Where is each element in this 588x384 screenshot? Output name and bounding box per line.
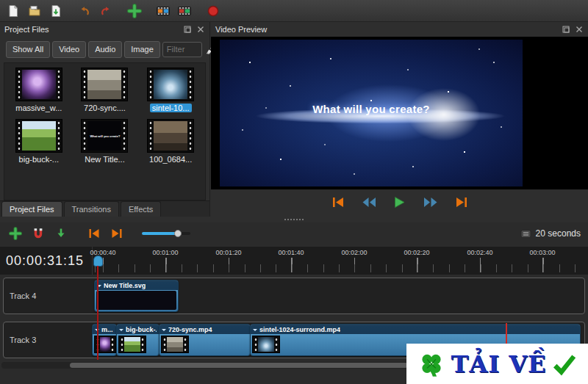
clip-thumbnail <box>252 336 280 353</box>
filter-video-button[interactable]: Video <box>52 41 86 58</box>
ruler-label: 00:03:00 <box>529 249 555 256</box>
playhead-pin[interactable] <box>93 256 103 267</box>
slider-fill <box>142 232 178 235</box>
openshot-window: Project Files Show All Video Audio Image… <box>0 0 588 384</box>
filter-image-button[interactable]: Image <box>124 41 160 58</box>
clip-label: sintel-1024-surround.mp4 <box>259 326 340 333</box>
checkmark-icon <box>552 352 577 377</box>
timeline-scrollbar-handle[interactable] <box>70 363 408 368</box>
snapping-toggle-button[interactable] <box>30 225 46 242</box>
clip-label: New Title.svg <box>104 282 146 289</box>
file-item-sintel[interactable]: sintel-10... <box>138 68 203 112</box>
timeline-toolbar: 20 seconds <box>0 222 588 244</box>
animated-title-button[interactable] <box>176 2 193 20</box>
undock-icon[interactable] <box>562 25 570 34</box>
ruler-label: 00:01:00 <box>152 249 178 256</box>
ruler-label: 00:02:20 <box>404 249 429 256</box>
ruler-label: 00:02:40 <box>467 249 492 256</box>
slider-handle[interactable] <box>174 230 182 237</box>
file-item-new-title[interactable]: What will you create? New Title... <box>72 119 137 164</box>
file-thumbnail <box>81 68 128 101</box>
video-overlay-text: What will you create? <box>220 103 523 115</box>
clip-720-sync[interactable]: 720-sync.mp4 <box>159 324 251 356</box>
next-marker-button[interactable] <box>109 225 125 242</box>
file-label: New Title... <box>82 155 126 164</box>
close-icon[interactable] <box>196 25 205 34</box>
clip-label: m... <box>101 326 113 333</box>
playhead-line <box>97 266 98 360</box>
jump-to-start-icon <box>331 197 345 208</box>
play-button[interactable] <box>391 195 409 209</box>
panel-splitter[interactable] <box>0 217 588 222</box>
playhead[interactable] <box>93 256 103 360</box>
filter-show-all-button[interactable]: Show All <box>6 41 50 58</box>
undo-button[interactable] <box>76 2 93 20</box>
file-label: massive_w... <box>13 104 64 112</box>
next-marker-icon <box>110 228 123 239</box>
clip-menu-icon[interactable] <box>253 329 257 333</box>
add-track-icon <box>9 227 22 240</box>
jump-to-start-button[interactable] <box>329 195 347 209</box>
video-preview-area: What will you create? <box>211 37 588 189</box>
download-watermark: TẢI VỀ <box>406 344 588 384</box>
new-project-icon <box>7 4 20 18</box>
filter-input[interactable] <box>162 42 202 57</box>
clip-new-title[interactable]: New Title.svg <box>94 280 179 312</box>
zoom-scale-group: 20 seconds <box>520 228 581 239</box>
fast-forward-button[interactable] <box>422 195 440 209</box>
file-item-720-sync[interactable]: 720-sync.... <box>72 68 137 112</box>
timeline-ruler[interactable]: 00:00:40 00:01:00 00:01:20 00:01:40 00:0… <box>92 247 588 275</box>
open-project-button[interactable] <box>26 2 43 20</box>
open-project-icon <box>28 4 41 18</box>
file-thumbnail <box>147 119 194 153</box>
title-thumb-caption: What will you create? <box>90 134 120 138</box>
add-track-button[interactable] <box>7 225 24 242</box>
export-video-button[interactable] <box>204 2 222 20</box>
clip-header: sintel-1024-surround.mp4 <box>251 325 580 334</box>
filter-audio-button[interactable]: Audio <box>88 41 122 58</box>
save-project-button[interactable] <box>47 2 65 20</box>
export-video-icon <box>207 4 220 18</box>
undo-icon <box>78 4 91 18</box>
file-item-100-0684[interactable]: 100_0684... <box>138 119 203 164</box>
tab-transitions[interactable]: Transitions <box>64 201 119 217</box>
file-item-big-buck[interactable]: big-buck-... <box>7 119 71 164</box>
new-project-button[interactable] <box>4 2 22 20</box>
jump-to-end-button[interactable] <box>453 195 470 209</box>
star-field <box>220 40 221 41</box>
playback-controls <box>211 192 588 211</box>
undock-icon[interactable] <box>183 25 192 34</box>
clip-menu-icon[interactable] <box>162 329 166 333</box>
video-frame: What will you create? <box>220 40 523 186</box>
add-marker-button[interactable] <box>53 225 69 242</box>
rewind-icon <box>362 197 376 208</box>
redo-button[interactable] <box>97 2 115 20</box>
main-toolbar <box>0 0 588 22</box>
tab-effects[interactable]: Effects <box>121 201 161 217</box>
timeline-ruler-row: 00:00:31:15 00:00:40 00:01:00 00:01:20 0… <box>0 247 588 275</box>
rewind-button[interactable] <box>360 195 378 209</box>
fast-forward-icon <box>423 197 438 208</box>
left-panel-tabs: Project Files Transitions Effects <box>0 200 209 217</box>
clip-big-buck[interactable]: big-buck-... <box>116 324 159 356</box>
clip-header: New Title.svg <box>95 280 178 290</box>
timeline-zoom-slider[interactable] <box>142 232 190 235</box>
close-icon[interactable] <box>575 25 584 34</box>
zoom-scale-icon <box>520 229 531 239</box>
project-files-panel: Project Files Show All Video Audio Image… <box>0 22 210 217</box>
tab-project-files[interactable]: Project Files <box>1 201 62 217</box>
previous-marker-button[interactable] <box>86 225 102 242</box>
file-item-massive[interactable]: massive_w... <box>7 68 71 112</box>
clip-thumbnail <box>161 336 189 353</box>
video-preview-panel: Video Preview What will you create? <box>211 22 588 217</box>
import-files-button[interactable] <box>126 2 143 20</box>
choose-profile-button[interactable] <box>154 2 172 20</box>
video-preview-title: Video Preview <box>215 25 267 34</box>
clip-menu-icon[interactable] <box>119 329 123 333</box>
zoom-scale-label: 20 seconds <box>536 228 581 239</box>
snapping-magnet-icon <box>32 227 45 240</box>
file-thumbnail <box>147 68 194 101</box>
clip-header: big-buck-... <box>117 325 159 334</box>
file-label: sintel-10... <box>150 104 192 112</box>
file-thumbnail <box>15 68 62 101</box>
